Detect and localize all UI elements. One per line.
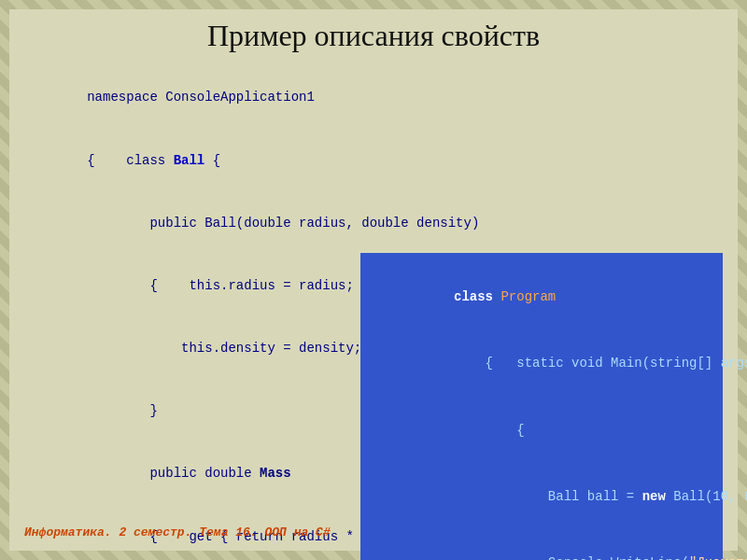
- main-content: Пример описания свойств namespace Consol…: [9, 9, 738, 551]
- code-area: namespace ConsoleApplication1 { class Ba…: [24, 66, 723, 560]
- blue-string1: "Диаметр: ": [689, 555, 747, 560]
- blue-open-brace: {: [454, 423, 525, 438]
- blue-line-4: Ball ball = new Ball(10, 6.2);: [375, 464, 708, 530]
- blue-main-sig: { static void Main(string[] args): [454, 356, 747, 371]
- blue-line-5: Console.WriteLine("Диаметр: " +: [375, 531, 708, 560]
- page-wrapper: Пример описания свойств namespace Consol…: [0, 0, 747, 560]
- blue-line-1: class Program: [375, 264, 708, 330]
- blue-ball-new: Ball ball =: [454, 489, 642, 504]
- program-name: Program: [500, 289, 556, 304]
- namespace-name: ConsoleApplication1: [165, 90, 315, 105]
- class-keyword: class: [454, 289, 500, 304]
- footer-text: Информатика. 2 семестр. Тема 16. ООП на …: [24, 525, 331, 539]
- namespace-line: namespace ConsoleApplication1: [24, 66, 723, 129]
- new-keyword: new: [642, 489, 666, 504]
- blue-line-2: { static void Main(string[] args): [375, 330, 708, 397]
- class-line: { class Ball {: [24, 129, 723, 191]
- page-title: Пример описания свойств: [24, 19, 723, 53]
- blue-ball-new2: Ball(10, 6.2);: [666, 489, 747, 504]
- constructor-line: public Ball(double radius, double densit…: [24, 191, 723, 254]
- blue-code-box: class Program { static void Main(string[…: [360, 253, 723, 560]
- blue-line-3: {: [375, 398, 708, 464]
- namespace-kw: namespace: [87, 90, 165, 105]
- class-name-ball: Ball: [174, 153, 205, 168]
- blue-writeline: Console.WriteLine(: [454, 555, 689, 560]
